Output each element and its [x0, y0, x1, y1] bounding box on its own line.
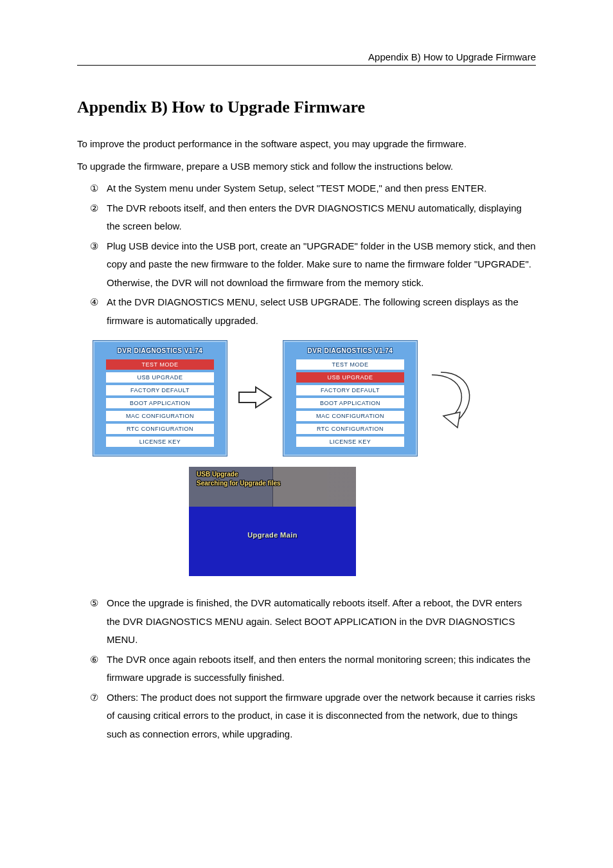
- figure-top-row: DVR DIAGNOSTICS V1.74 TEST MODE USB UPGR…: [93, 340, 536, 457]
- diag-item-rtc-configuration: RTC CONFIGURATION: [106, 424, 214, 434]
- step-3: ③ Plug USB device into the USB port, cre…: [90, 237, 536, 293]
- step-text: At the DVR DIAGNOSTICS MENU, select USB …: [107, 296, 519, 326]
- figures-block: DVR DIAGNOSTICS V1.74 TEST MODE USB UPGR…: [93, 340, 536, 576]
- step-4: ④ At the DVR DIAGNOSTICS MENU, select US…: [90, 293, 536, 330]
- step-text: The DVR reboots itself, and then enters …: [107, 203, 522, 232]
- intro-line-2: To upgrade the firmware, prepare a USB m…: [77, 158, 536, 176]
- overlay-searching: Searching for Upgrade files: [197, 480, 281, 487]
- step-text: At the System menu under System Setup, s…: [107, 183, 486, 194]
- diag-item-rtc-configuration: RTC CONFIGURATION: [296, 424, 404, 434]
- step-marker: ⑤: [90, 594, 98, 613]
- arrow-right-icon: [238, 384, 272, 413]
- step-marker: ②: [90, 199, 98, 218]
- diag-title: DVR DIAGNOSTICS V1.74: [100, 347, 220, 354]
- dvr-diagnostics-panel-left: DVR DIAGNOSTICS V1.74 TEST MODE USB UPGR…: [93, 340, 227, 457]
- step-2: ② The DVR reboots itself, and then enter…: [90, 199, 536, 236]
- step-marker: ③: [90, 237, 98, 256]
- diag-item-license-key: LICENSE KEY: [296, 437, 404, 447]
- step-marker: ④: [90, 293, 98, 312]
- step-1: ① At the System menu under System Setup,…: [90, 179, 536, 198]
- diag-item-usb-upgrade: USB UPGRADE: [106, 372, 214, 383]
- svg-marker-1: [443, 412, 460, 428]
- arrow-curve-down-icon: [428, 366, 479, 439]
- diag-item-boot-application: BOOT APPLICATION: [106, 398, 214, 408]
- step-text: Once the upgrade is finished, the DVR au…: [107, 597, 522, 645]
- figure-bottom-row: USB Upgrade Searching for Upgrade files …: [93, 467, 536, 576]
- step-text: The DVR once again reboots itself, and t…: [107, 654, 531, 683]
- diag-item-test-mode: TEST MODE: [106, 359, 214, 370]
- diag-item-mac-configuration: MAC CONFIGURATION: [296, 411, 404, 421]
- step-text: Plug USB device into the USB port, creat…: [107, 240, 536, 288]
- diag-item-usb-upgrade: USB UPGRADE: [296, 372, 404, 383]
- overlay-upgrade-main: Upgrade Main: [189, 531, 356, 539]
- steps-list-bottom: ⑤ Once the upgrade is finished, the DVR …: [90, 594, 536, 743]
- step-6: ⑥ The DVR once again reboots itself, and…: [90, 651, 536, 687]
- diag-item-test-mode: TEST MODE: [296, 359, 404, 370]
- diag-title: DVR DIAGNOSTICS V1.74: [290, 347, 411, 354]
- dvr-diagnostics-panel-right: DVR DIAGNOSTICS V1.74 TEST MODE USB UPGR…: [283, 340, 418, 457]
- step-5: ⑤ Once the upgrade is finished, the DVR …: [90, 594, 536, 649]
- diag-item-boot-application: BOOT APPLICATION: [296, 398, 404, 408]
- overlay-usb-upgrade: USB Upgrade: [197, 471, 238, 478]
- diag-item-mac-configuration: MAC CONFIGURATION: [106, 411, 214, 421]
- step-marker: ⑥: [90, 651, 98, 669]
- svg-marker-0: [239, 387, 271, 408]
- step-marker: ⑦: [90, 689, 98, 707]
- page-title: Appendix B) How to Upgrade Firmware: [77, 98, 536, 117]
- intro-line-1: To improve the product performance in th…: [77, 135, 536, 154]
- step-7: ⑦ Others: The product does not support t…: [90, 689, 536, 744]
- step-text: Others: The product does not support the…: [107, 692, 535, 739]
- diag-item-license-key: LICENSE KEY: [106, 437, 214, 447]
- diag-item-factory-default: FACTORY DEFAULT: [296, 385, 404, 395]
- usb-upgrade-progress-screenshot: USB Upgrade Searching for Upgrade files …: [189, 467, 356, 576]
- steps-list-top: ① At the System menu under System Setup,…: [90, 179, 536, 330]
- running-head: Appendix B) How to Upgrade Firmware: [77, 51, 536, 66]
- diag-item-factory-default: FACTORY DEFAULT: [106, 385, 214, 395]
- page: Appendix B) How to Upgrade Firmware Appe…: [0, 0, 613, 796]
- step-marker: ①: [90, 179, 98, 198]
